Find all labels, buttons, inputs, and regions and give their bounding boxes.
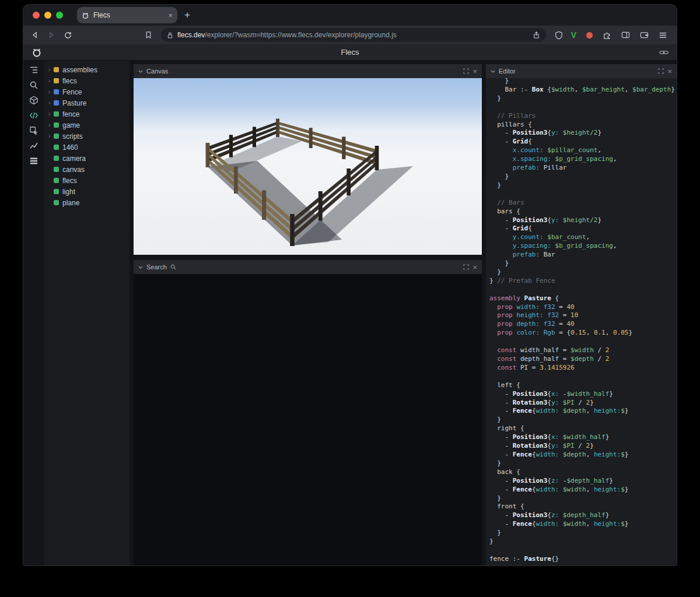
tree-item[interactable]: canvas <box>46 164 128 175</box>
cube-icon[interactable] <box>27 96 41 105</box>
tree-item[interactable]: › fence <box>46 108 128 120</box>
tree-item[interactable]: flecs <box>46 175 128 186</box>
tree-item-label: 1460 <box>62 143 78 152</box>
tab-title: Flecs <box>93 11 164 19</box>
navigation-bar: flecs.dev/explorer/?wasm=https://www.fle… <box>23 26 677 44</box>
tree-item-label: fence <box>62 110 79 118</box>
search-panel-title: Search <box>146 264 167 271</box>
search-results-area[interactable] <box>134 274 482 566</box>
close-window-button[interactable] <box>33 12 40 19</box>
expand-arrow-icon[interactable]: › <box>48 134 54 139</box>
tree-item-label: light <box>62 188 75 196</box>
new-tab-button[interactable]: + <box>184 9 190 21</box>
canvas-panel-header: Canvas × <box>134 64 482 78</box>
code-icon[interactable] <box>27 111 41 120</box>
link-icon[interactable] <box>659 49 668 56</box>
vpn-v-icon[interactable]: V <box>571 30 576 40</box>
tree-item[interactable]: › game <box>46 120 128 131</box>
sidebar-toggle-icon[interactable] <box>621 31 630 39</box>
entity-color-swatch <box>54 178 59 183</box>
close-panel-icon[interactable]: × <box>473 263 477 272</box>
tree-item-label: canvas <box>62 166 85 174</box>
entity-color-swatch <box>54 167 59 172</box>
tree-item-label: Pasture <box>62 99 86 107</box>
tree-item-label: assemblies <box>62 66 97 74</box>
tree-item-label: Fence <box>62 88 82 96</box>
tree-item[interactable]: › scripts <box>46 131 128 142</box>
reload-icon[interactable] <box>62 31 74 40</box>
collapse-chevron-icon[interactable] <box>491 70 495 73</box>
extensions-icon[interactable] <box>603 31 611 40</box>
expand-panel-icon[interactable] <box>658 68 664 74</box>
canvas-panel-title: Canvas <box>146 68 168 75</box>
browser-tab[interactable]: Flecs × <box>77 7 177 23</box>
collapse-chevron-icon[interactable] <box>138 266 143 269</box>
tree-item-label: scripts <box>62 132 83 141</box>
tree-item[interactable]: › flecs <box>46 75 128 86</box>
url-path: /explorer/?wasm=https://www.flecs.dev/ex… <box>205 31 396 39</box>
app-content: › assemblies › flecs › Fence › Pasture <box>23 61 677 566</box>
expand-panel-icon[interactable] <box>463 68 469 74</box>
tab-close-icon[interactable]: × <box>168 11 173 20</box>
expand-arrow-icon[interactable]: › <box>48 89 54 95</box>
icon-rail <box>23 61 44 566</box>
expand-arrow-icon[interactable]: › <box>48 100 54 106</box>
entity-color-swatch <box>54 67 59 72</box>
expand-arrow-icon[interactable]: › <box>48 67 54 73</box>
chart-icon[interactable] <box>27 141 41 150</box>
wallet-icon[interactable] <box>640 31 649 39</box>
tree-item-label: plane <box>62 199 79 207</box>
expand-arrow-icon[interactable]: › <box>48 111 54 117</box>
tree-item[interactable]: › assemblies <box>46 64 128 75</box>
bookmark-icon[interactable] <box>142 31 154 39</box>
close-panel-icon[interactable]: × <box>667 67 672 76</box>
tree-item[interactable]: light <box>46 186 128 197</box>
center-column: Canvas × <box>130 61 486 566</box>
lock-icon <box>167 31 173 39</box>
tree-item[interactable]: camera <box>46 153 128 164</box>
code-editor[interactable]: } Bar :- Box {$width, $bar_height, $bar_… <box>486 78 677 566</box>
editor-panel: Editor × } Bar :- Box {$width, $bar_heig… <box>486 61 677 566</box>
entity-color-swatch <box>54 134 59 139</box>
rows-icon[interactable] <box>27 156 41 166</box>
expand-arrow-icon[interactable]: › <box>48 122 54 128</box>
entity-color-swatch <box>54 111 59 117</box>
close-panel-icon[interactable]: × <box>473 67 477 76</box>
back-icon[interactable] <box>29 31 41 39</box>
canvas-3d-viewport[interactable] <box>134 78 482 255</box>
tree-item[interactable]: › Fence <box>46 86 128 97</box>
tree-item-label: flecs <box>62 77 77 85</box>
fence-3d-render <box>134 78 482 255</box>
minimize-window-button[interactable] <box>44 12 51 19</box>
tab-strip: Flecs × + <box>23 5 677 26</box>
entity-color-swatch <box>54 89 59 94</box>
menu-icon[interactable] <box>659 31 667 39</box>
editor-panel-title: Editor <box>499 68 516 75</box>
forward-icon[interactable] <box>46 31 57 39</box>
search-icon[interactable] <box>27 80 41 90</box>
entity-color-swatch <box>54 100 59 106</box>
tree-item[interactable]: › Pasture <box>46 97 128 108</box>
record-dot-icon[interactable] <box>586 32 593 38</box>
inspect-icon[interactable] <box>27 126 41 135</box>
tree-item[interactable]: 1460 <box>46 142 128 153</box>
tab-favicon <box>82 12 89 19</box>
url-host: flecs.dev <box>177 31 205 39</box>
toolbar-extensions: V <box>571 30 671 40</box>
tree-item-label: game <box>62 121 80 129</box>
expand-arrow-icon[interactable]: › <box>48 78 54 84</box>
collapse-chevron-icon[interactable] <box>138 70 143 73</box>
tree-icon[interactable] <box>27 65 41 75</box>
share-icon[interactable] <box>533 31 540 39</box>
entity-tree: › assemblies › flecs › Fence › Pasture <box>44 61 130 566</box>
code-lines: } Bar :- Box {$width, $bar_height, $bar_… <box>489 78 677 564</box>
shield-icon[interactable] <box>553 31 565 40</box>
expand-panel-icon[interactable] <box>463 264 469 270</box>
entity-color-swatch <box>54 156 59 161</box>
url-bar[interactable]: flecs.dev/explorer/?wasm=https://www.fle… <box>161 28 546 42</box>
search-panel-header: Search × <box>134 260 482 274</box>
page-title: Flecs <box>23 48 677 57</box>
tree-item[interactable]: plane <box>46 197 128 208</box>
entity-color-swatch <box>54 200 59 205</box>
zoom-window-button[interactable] <box>56 12 63 19</box>
